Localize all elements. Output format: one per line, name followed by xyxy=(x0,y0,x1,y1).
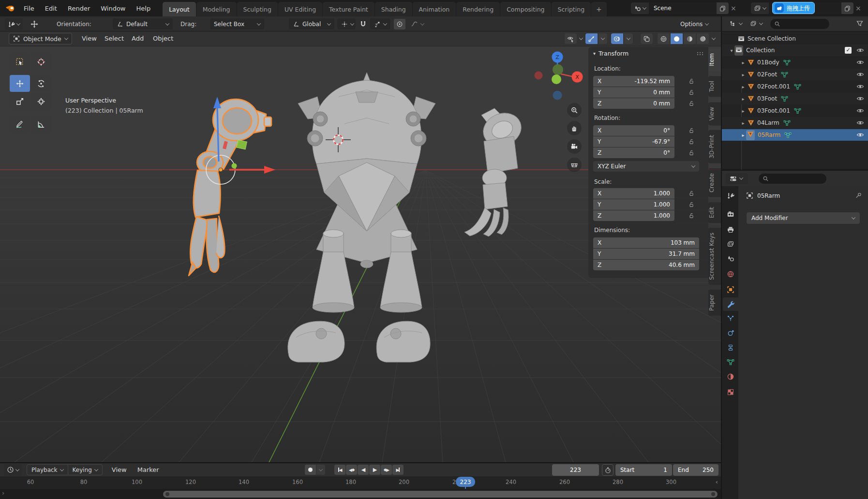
shading-material-button[interactable] xyxy=(684,33,696,44)
tool-annotate[interactable] xyxy=(10,116,30,132)
add-workspace-button[interactable]: + xyxy=(591,2,607,16)
rotation-mode-dropdown[interactable]: XYZ Euler xyxy=(593,161,699,172)
workspace-tab-animation[interactable]: Animation xyxy=(413,2,456,16)
tab-physics-properties[interactable] xyxy=(723,326,738,340)
scrollbar-handle-left[interactable] xyxy=(165,492,169,496)
tab-object-data-properties[interactable] xyxy=(723,355,738,369)
transform-orientation-dropdown[interactable]: Global xyxy=(289,18,334,29)
tool-cursor[interactable] xyxy=(31,53,51,70)
sidebar-tab-3d-print[interactable]: 3D-Print xyxy=(708,130,721,163)
add-modifier-button[interactable]: Add Modifier xyxy=(746,212,860,224)
rotation-y-field[interactable]: Y-67.9° xyxy=(593,136,674,147)
overlays-dropdown[interactable] xyxy=(624,33,633,44)
object-types-dropdown[interactable] xyxy=(579,36,583,40)
expand-icon[interactable]: ▸ xyxy=(740,84,746,89)
auto-keyframe-record-button[interactable] xyxy=(305,465,316,475)
scrollbar-handle-right[interactable] xyxy=(711,492,715,496)
scene-new-button[interactable] xyxy=(717,2,729,14)
lock-icon[interactable] xyxy=(688,89,695,96)
workspace-tab-shading[interactable]: Shading xyxy=(375,2,412,16)
sidebar-tab-screencast-keys[interactable]: Screencast Keys xyxy=(708,228,721,285)
scale-z-field[interactable]: Z1.000 xyxy=(593,210,674,221)
tab-tool-properties[interactable] xyxy=(723,189,738,203)
panel-grip-icon[interactable] xyxy=(697,52,703,55)
scene-browse-button[interactable] xyxy=(631,2,649,14)
snap-settings-dropdown[interactable] xyxy=(370,18,390,29)
visibility-eye-icon[interactable] xyxy=(856,59,864,66)
scale-y-field[interactable]: Y1.000 xyxy=(593,199,674,210)
play-reverse-button[interactable]: ◀ xyxy=(358,465,369,475)
outliner-row-object[interactable]: ▸ 03Foot xyxy=(722,93,868,104)
lock-icon[interactable] xyxy=(688,201,695,208)
view-layer-new-button[interactable] xyxy=(841,2,853,14)
gizmo-axis-y[interactable] xyxy=(553,64,563,75)
gizmo-axis-x-neg[interactable] xyxy=(535,72,543,80)
outliner-display-mode-dropdown[interactable] xyxy=(726,18,746,29)
shading-dropdown[interactable] xyxy=(712,36,716,40)
transform-panel-header[interactable]: ▾ Transform xyxy=(588,47,708,59)
outliner-filter-collection-dropdown[interactable] xyxy=(746,18,766,29)
sidebar-tab-paper[interactable]: Paper xyxy=(708,290,721,316)
shading-wireframe-button[interactable] xyxy=(658,33,670,44)
upload-extension-button[interactable]: 拖拽上传 xyxy=(772,2,815,14)
workspace-tab-compositing[interactable]: Compositing xyxy=(500,2,551,16)
viewport-menu-view[interactable]: View xyxy=(76,35,102,42)
region-collapse-icon[interactable]: ‹ xyxy=(716,478,718,485)
expand-icon[interactable]: ▸ xyxy=(740,120,746,126)
previous-keyframe-button[interactable]: ◀◆ xyxy=(346,465,357,475)
visibility-eye-icon[interactable] xyxy=(856,95,864,103)
mode-dropdown[interactable]: Object Mode xyxy=(9,33,72,44)
outliner-row-object-selected[interactable]: ▸ 05Rarm xyxy=(722,129,868,141)
tab-constraint-properties[interactable] xyxy=(723,341,738,354)
outliner-row-object[interactable]: ▸ 02Foot.001 xyxy=(722,81,868,92)
outliner-row-object[interactable]: ▸ 01Body xyxy=(722,57,868,68)
viewport-pan-button[interactable] xyxy=(567,121,582,135)
frame-start-field[interactable]: Start1 xyxy=(615,464,672,476)
move-tool-icon[interactable] xyxy=(30,20,39,29)
pivot-point-dropdown[interactable] xyxy=(337,18,356,29)
timeline-scrollbar[interactable]: › xyxy=(0,489,721,499)
visibility-eye-icon[interactable] xyxy=(856,46,864,54)
timeline-ruler[interactable]: 60 80 100 120 140 160 180 200 220 240 26… xyxy=(0,476,721,489)
keying-menu[interactable]: Keying xyxy=(68,465,102,475)
blender-logo-icon[interactable] xyxy=(5,4,15,12)
rotation-x-field[interactable]: X0° xyxy=(593,125,674,136)
proportional-editing-toggle[interactable] xyxy=(394,19,405,29)
scrollbar-thumb[interactable] xyxy=(163,491,718,498)
menu-help[interactable]: Help xyxy=(131,5,156,12)
rotation-z-field[interactable]: Z0° xyxy=(593,147,674,158)
workspace-tab-layout[interactable]: Layout xyxy=(163,2,196,16)
sidebar-tab-create[interactable]: Create xyxy=(708,168,721,197)
outliner-search-input[interactable] xyxy=(770,19,829,29)
show-object-types-toggle[interactable] xyxy=(565,33,577,44)
workspace-tab-scripting[interactable]: Scripting xyxy=(552,2,591,16)
outliner-row-scene-collection[interactable]: Scene Collection xyxy=(722,33,868,44)
outliner-row-object[interactable]: ▸ 04Larm xyxy=(722,117,868,129)
expand-icon[interactable]: ▾ xyxy=(729,48,734,53)
visibility-eye-icon[interactable] xyxy=(856,71,864,78)
scene-unlink-button[interactable]: × xyxy=(729,4,738,12)
menu-window[interactable]: Window xyxy=(95,5,131,12)
expand-icon[interactable]: ▸ xyxy=(740,96,746,102)
location-x-field[interactable]: X-119.52 mm xyxy=(593,76,674,87)
gizmo-plane-handle-green[interactable] xyxy=(237,140,247,149)
tab-modifier-properties[interactable] xyxy=(723,297,738,311)
lock-icon[interactable] xyxy=(688,127,695,134)
timeline-menu-marker[interactable]: Marker xyxy=(132,466,165,473)
viewport-menu-object[interactable]: Object xyxy=(148,35,179,42)
location-y-field[interactable]: Y0 mm xyxy=(593,87,674,98)
tool-select-box[interactable] xyxy=(10,53,30,70)
viewport-menu-add[interactable]: Add xyxy=(126,35,149,42)
auto-keyframe-dropdown[interactable] xyxy=(316,465,325,475)
tab-world-properties[interactable] xyxy=(723,267,738,281)
dimensions-x-field[interactable]: X103 mm xyxy=(593,237,699,248)
tab-scene-properties[interactable] xyxy=(723,252,738,265)
visibility-eye-icon[interactable] xyxy=(856,107,864,115)
visibility-eye-icon[interactable] xyxy=(856,83,864,90)
sidebar-tab-edit[interactable]: Edit xyxy=(708,202,721,223)
menu-file[interactable]: File xyxy=(18,5,40,12)
next-keyframe-button[interactable]: ◆▶ xyxy=(381,465,392,475)
options-dropdown[interactable]: Options xyxy=(676,18,715,29)
lock-icon[interactable] xyxy=(688,149,695,156)
viewport-zoom-button[interactable] xyxy=(567,103,582,117)
